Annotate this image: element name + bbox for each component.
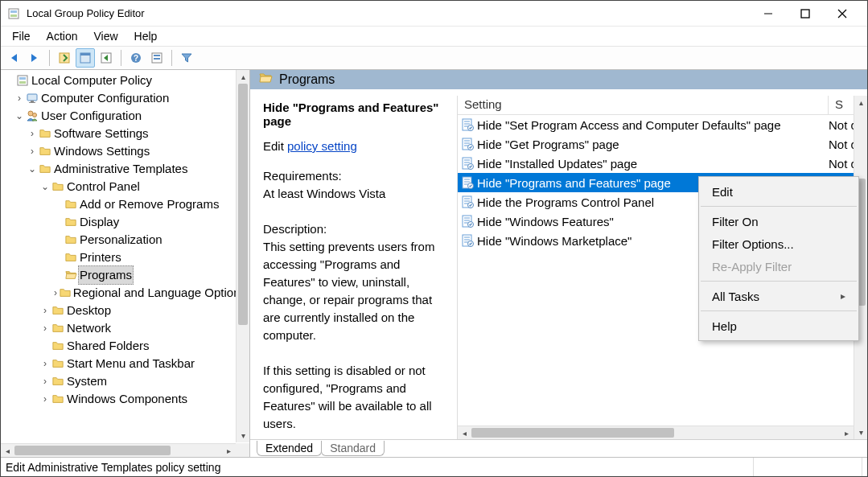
back-button[interactable] bbox=[4, 48, 23, 68]
edit-prefix: Edit bbox=[263, 139, 287, 153]
context-menu: Edit Filter On Filter Options... Re-Appl… bbox=[698, 176, 859, 341]
context-label: Filter On bbox=[712, 215, 759, 228]
show-tree-button[interactable] bbox=[76, 48, 95, 68]
scroll-down-icon[interactable]: ▾ bbox=[237, 429, 249, 442]
tree-horizontal-scrollbar[interactable]: ◂ ▸ bbox=[1, 443, 236, 457]
minimize-button[interactable] bbox=[750, 1, 787, 27]
tab-standard[interactable]: Standard bbox=[321, 441, 385, 456]
menu-view[interactable]: View bbox=[85, 28, 125, 44]
tree-vertical-scrollbar[interactable]: ▴ ▾ bbox=[236, 70, 249, 442]
description-paragraph: If this setting is disabled or not confi… bbox=[263, 362, 447, 433]
tree-shared-folders[interactable]: Shared Folders bbox=[2, 337, 248, 355]
chevron-right-icon[interactable]: › bbox=[39, 302, 51, 319]
gpo-icon bbox=[15, 74, 30, 87]
chevron-right-icon[interactable]: › bbox=[39, 355, 51, 372]
chevron-right-icon[interactable]: › bbox=[52, 284, 59, 302]
menu-help[interactable]: Help bbox=[126, 28, 166, 44]
tab-extended[interactable]: Extended bbox=[257, 441, 322, 456]
tree-desktop[interactable]: › Desktop bbox=[2, 302, 248, 319]
tree-label: System bbox=[65, 372, 109, 390]
chevron-right-icon[interactable]: › bbox=[39, 390, 51, 408]
tree-personalization[interactable]: Personalization bbox=[2, 231, 248, 249]
setting-name: Hide "Installed Updates" page bbox=[477, 157, 829, 171]
context-label: Re-Apply Filter bbox=[712, 260, 792, 273]
chevron-down-icon[interactable]: ⌄ bbox=[14, 107, 25, 125]
scroll-thumb[interactable] bbox=[238, 84, 248, 325]
list-row[interactable]: Hide "Set Program Access and Computer De… bbox=[458, 115, 867, 134]
menu-file[interactable]: File bbox=[4, 28, 39, 44]
description-body: Requirements: At least Windows Vista Des… bbox=[263, 167, 447, 436]
scroll-track[interactable] bbox=[237, 84, 249, 429]
tree-label: Administrative Templates bbox=[52, 160, 189, 178]
tree-printers[interactable]: Printers bbox=[2, 249, 248, 266]
scroll-thumb[interactable] bbox=[14, 446, 171, 455]
tree-admin-templates[interactable]: ⌄ Administrative Templates bbox=[2, 160, 248, 178]
policy-item-icon bbox=[458, 215, 477, 228]
tree-label: Start Menu and Taskbar bbox=[65, 355, 196, 372]
window: Local Group Policy Editor File Action Vi… bbox=[0, 0, 868, 477]
maximize-button[interactable] bbox=[787, 1, 824, 27]
scroll-up-icon[interactable]: ▴ bbox=[237, 70, 249, 84]
scroll-left-icon[interactable]: ◂ bbox=[1, 444, 14, 457]
scroll-right-icon[interactable]: ▸ bbox=[222, 444, 236, 457]
menubar: File Action View Help bbox=[1, 27, 867, 46]
tree-label: Personalization bbox=[78, 231, 164, 249]
tree-display[interactable]: Display bbox=[2, 213, 248, 231]
scroll-down-icon[interactable]: ▾ bbox=[854, 426, 867, 439]
tree-user-config[interactable]: ⌄ User Configuration bbox=[2, 107, 248, 125]
description-pane: Hide "Programs and Features" page Edit p… bbox=[250, 96, 458, 439]
tree-computer-config[interactable]: › Computer Configuration bbox=[2, 89, 248, 107]
folder-icon bbox=[51, 340, 65, 352]
chevron-right-icon: ▸ bbox=[841, 290, 845, 302]
tree-network[interactable]: › Network bbox=[2, 319, 248, 337]
chevron-down-icon[interactable]: ⌄ bbox=[27, 160, 38, 178]
edit-policy-link[interactable]: policy setting bbox=[287, 139, 357, 153]
policy-item-icon bbox=[458, 157, 477, 170]
list-horizontal-scrollbar[interactable]: ◂ ▸ bbox=[458, 426, 854, 439]
chevron-right-icon[interactable]: › bbox=[27, 142, 38, 160]
up-button[interactable] bbox=[55, 48, 74, 68]
scroll-track[interactable] bbox=[14, 444, 222, 457]
tree-windows-settings[interactable]: › Windows Settings bbox=[2, 142, 248, 160]
tree-label: Programs bbox=[78, 265, 134, 285]
tree-regional[interactable]: › Regional and Language Options bbox=[2, 284, 248, 302]
context-help[interactable]: Help bbox=[699, 315, 858, 337]
chevron-right-icon[interactable]: › bbox=[14, 89, 25, 107]
tree-add-remove[interactable]: Add or Remove Programs bbox=[2, 195, 248, 213]
properties-button[interactable] bbox=[147, 48, 167, 68]
chevron-down-icon[interactable]: ⌄ bbox=[39, 178, 51, 195]
chevron-right-icon[interactable]: › bbox=[39, 372, 51, 390]
context-edit[interactable]: Edit bbox=[699, 180, 858, 203]
forward-button[interactable] bbox=[25, 48, 44, 68]
menu-action[interactable]: Action bbox=[39, 28, 86, 44]
tree-system[interactable]: › System bbox=[2, 372, 248, 390]
tree-label: Computer Configuration bbox=[39, 89, 171, 107]
context-filter-options[interactable]: Filter Options... bbox=[699, 232, 858, 255]
list-row[interactable]: Hide "Get Programs" pageNot configured bbox=[458, 134, 867, 154]
scroll-up-icon[interactable]: ▴ bbox=[854, 96, 867, 109]
tree-windows-components[interactable]: › Windows Components bbox=[2, 390, 248, 408]
export-button[interactable] bbox=[97, 48, 116, 68]
tree-scroll: Local Computer Policy › Computer Configu… bbox=[1, 70, 249, 457]
policy-item-icon bbox=[458, 138, 477, 150]
filter-button[interactable] bbox=[177, 48, 196, 68]
folder-icon bbox=[38, 163, 52, 175]
scroll-left-icon[interactable]: ◂ bbox=[458, 426, 471, 439]
tree-programs[interactable]: Programs bbox=[2, 266, 248, 284]
tree-software-settings[interactable]: › Software Settings bbox=[2, 125, 248, 142]
chevron-right-icon[interactable]: › bbox=[27, 125, 38, 142]
context-all-tasks[interactable]: All Tasks▸ bbox=[699, 285, 858, 307]
tree-control-panel[interactable]: ⌄ Control Panel bbox=[2, 178, 248, 195]
tree-start-menu[interactable]: › Start Menu and Taskbar bbox=[2, 355, 248, 372]
scroll-right-icon[interactable]: ▸ bbox=[840, 426, 854, 439]
column-setting[interactable]: Setting bbox=[458, 96, 829, 114]
close-button[interactable] bbox=[824, 1, 861, 27]
list-row[interactable]: Hide "Installed Updates" pageNot configu… bbox=[458, 154, 867, 173]
scroll-track[interactable] bbox=[471, 426, 840, 439]
folder-icon bbox=[64, 252, 78, 263]
scroll-thumb[interactable] bbox=[471, 428, 674, 438]
tree-root[interactable]: Local Computer Policy bbox=[2, 72, 248, 89]
chevron-right-icon[interactable]: › bbox=[39, 319, 51, 337]
context-filter-on[interactable]: Filter On bbox=[699, 210, 858, 232]
help-button[interactable] bbox=[126, 48, 146, 68]
